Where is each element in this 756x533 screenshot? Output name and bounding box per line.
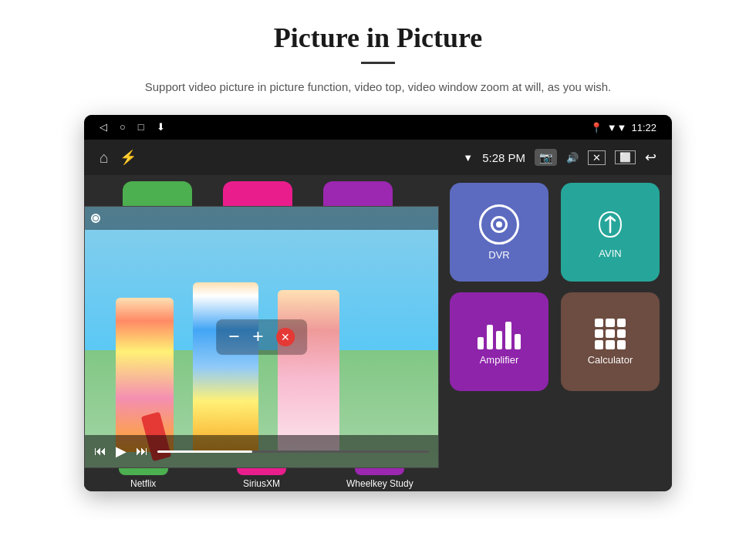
app-card-calculator[interactable]: Calculator (561, 292, 660, 391)
amp-bar-3 (496, 331, 502, 349)
location-icon: 📍 (590, 122, 602, 133)
calc-btn-9 (617, 340, 626, 349)
calc-btn-4 (595, 329, 603, 338)
nav-bar-right: ▼ 5:28 PM 📷 🔊 ✕ ⬜ ↩ (463, 149, 656, 166)
pip-progress-bg (157, 450, 429, 453)
pip-next-button[interactable]: ⏭ (136, 444, 148, 458)
device-frame: ◁ ○ □ ⬇ 📍 ▼▼ 11:22 ⌂ ⚡ ▼ 5:28 PM 📷 🔊 (84, 115, 672, 491)
pip-container[interactable]: − + ✕ ⏮ ▶ ⏭ (84, 206, 439, 468)
pip-progress-fill (157, 450, 252, 453)
netflix-label: Netflix (130, 478, 156, 489)
home-icon[interactable]: ⌂ (100, 149, 109, 167)
calculator-icon (595, 319, 626, 349)
pip-minus-button[interactable]: − (228, 326, 240, 349)
page-subtitle: Support video picture in picture functio… (145, 78, 611, 96)
calc-btn-6 (617, 329, 626, 338)
home-nav-icon[interactable]: ○ (120, 121, 126, 133)
usb-icon: ⚡ (120, 149, 137, 166)
pip-prev-button[interactable]: ⏮ (94, 444, 106, 458)
wifi-signal-icon: ▼▼ (607, 122, 627, 133)
video-figure-3 (278, 290, 339, 452)
nav-window-icon[interactable]: ⬜ (615, 150, 636, 164)
amp-bar-2 (487, 325, 493, 349)
calc-btn-7 (595, 340, 603, 349)
status-bar-left: ◁ ○ □ ⬇ (100, 121, 165, 133)
amplifier-icon (478, 319, 521, 349)
amp-bar-1 (478, 337, 484, 349)
status-bar: ◁ ○ □ ⬇ 📍 ▼▼ 11:22 (84, 115, 672, 140)
title-divider (361, 62, 395, 64)
calc-btn-1 (595, 319, 603, 327)
nav-back-icon[interactable]: ↩ (645, 149, 656, 166)
nav-time: 5:28 PM (482, 151, 525, 164)
pip-top-bar (85, 207, 438, 230)
recents-nav-icon[interactable]: □ (138, 121, 144, 133)
status-time: 11:22 (631, 122, 656, 133)
nav-volume-icon[interactable]: 🔊 (566, 152, 579, 164)
back-nav-icon[interactable]: ◁ (100, 121, 107, 133)
calc-btn-5 (606, 329, 614, 338)
page-title: Picture in Picture (274, 22, 483, 54)
calc-btn-8 (606, 340, 614, 349)
amp-bar-5 (515, 334, 521, 349)
pip-plus-button[interactable]: + (252, 326, 264, 349)
wheelkey-label: Wheelkey Study (346, 478, 413, 489)
nav-camera-icon[interactable]: 📷 (535, 149, 557, 166)
page-wrapper: Picture in Picture Support video picture… (0, 0, 756, 491)
avin-label: AVIN (599, 248, 621, 259)
amplifier-label: Amplifier (480, 354, 519, 366)
pip-controls-overlay: − + ✕ (216, 319, 307, 355)
nav-bar: ⌂ ⚡ ▼ 5:28 PM 📷 🔊 ✕ ⬜ ↩ (84, 140, 672, 175)
screen-content: − + ✕ ⏮ ▶ ⏭ (84, 175, 672, 491)
nav-wifi-icon: ▼ (463, 152, 473, 164)
nav-bar-left: ⌂ ⚡ (100, 149, 137, 167)
status-bar-right: 📍 ▼▼ 11:22 (590, 122, 656, 133)
dvr-label: DVR (488, 249, 509, 261)
pip-record-indicator (91, 214, 100, 223)
app-card-amplifier[interactable]: Amplifier (450, 292, 548, 391)
pip-play-button[interactable]: ▶ (116, 443, 127, 460)
download-icon: ⬇ (157, 121, 165, 133)
amp-bar-4 (505, 322, 511, 349)
nav-close-icon[interactable]: ✕ (588, 150, 606, 165)
calc-btn-2 (606, 319, 614, 327)
calculator-label: Calculator (588, 354, 633, 366)
calc-btn-3 (617, 319, 626, 327)
pip-close-button[interactable]: ✕ (276, 328, 295, 346)
pip-playback-bar: ⏮ ▶ ⏭ (85, 435, 438, 467)
siriusxm-label: SiriusXM (243, 478, 280, 489)
video-figure-2 (193, 282, 258, 452)
